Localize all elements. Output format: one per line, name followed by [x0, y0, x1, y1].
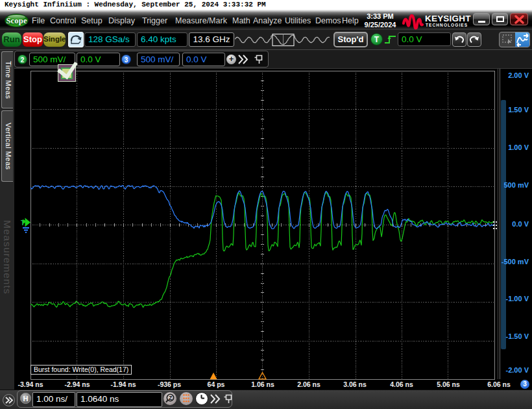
svg-text:Z: Z: [169, 395, 172, 401]
